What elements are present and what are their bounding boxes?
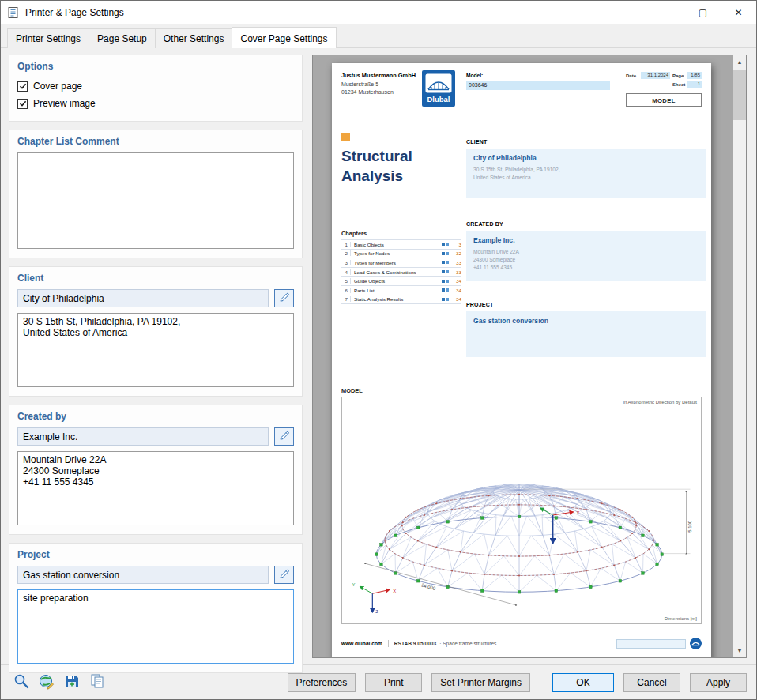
dimensions-unit-note: Dimensions [m]	[665, 616, 697, 621]
created-by-group: Created by Mountain Drive 22A 24300 Some…	[9, 405, 303, 535]
date-value: 31.1.2024	[641, 72, 670, 79]
print-button[interactable]: Print	[365, 673, 422, 692]
minimize-button[interactable]: –	[650, 1, 685, 24]
cover-page: Justus Mustermann GmbH Musterstraße 5 01…	[332, 63, 711, 658]
footer-divider	[388, 640, 389, 647]
client-group-title: Client	[17, 273, 294, 284]
project-comment-textarea[interactable]: site preparation	[17, 589, 294, 664]
header-divider	[620, 71, 620, 113]
magnifier-icon	[13, 672, 30, 692]
page-footer: www.dlubal.com RSTAB 9.05.0003 · Space f…	[341, 634, 702, 649]
chapters-heading: Chapters	[341, 230, 367, 237]
tab-bar: Printer Settings Page Setup Other Settin…	[1, 24, 756, 48]
chapter-page: 33	[450, 260, 461, 265]
client-info-name: City of Philadelphia	[473, 154, 699, 162]
project-group: Project site preparation	[9, 543, 303, 673]
pencil-icon	[279, 292, 290, 305]
tab-cover-page-settings[interactable]: Cover Page Settings	[232, 27, 336, 48]
chapter-page: 3	[450, 242, 461, 247]
edit-created-by-button[interactable]	[274, 427, 294, 446]
checkbox-checked-icon	[17, 81, 28, 92]
save-defaults-button[interactable]	[61, 672, 82, 693]
dialog-icon	[7, 6, 20, 19]
find-settings-button[interactable]	[10, 672, 32, 693]
width-dimension: 24.000	[421, 582, 437, 591]
y-axis-label: Y	[352, 582, 356, 587]
project-name-input[interactable]	[17, 566, 269, 584]
chapter-page: 34	[450, 278, 461, 284]
view-direction-note: In Axonometric Direction by Default	[623, 400, 697, 405]
dlubal-logo: Dlubal	[422, 70, 455, 107]
chapter-page: 33	[450, 269, 461, 275]
close-button[interactable]: ✕	[721, 1, 756, 24]
created-by-name-input[interactable]	[17, 427, 269, 446]
model-number: 003646	[466, 81, 610, 90]
center-axes: X	[540, 508, 580, 544]
created-by-section-heading: CREATED BY	[466, 221, 503, 227]
table-icon	[442, 243, 450, 246]
page-header: Justus Mustermann GmbH Musterstraße 5 01…	[341, 70, 702, 115]
client-section-heading: CLIENT	[466, 139, 487, 145]
created-by-info-name: Example Inc.	[473, 236, 699, 244]
project-info-name: Gas station conversion	[473, 317, 699, 325]
project-section-heading: PROJECT	[466, 302, 493, 307]
created-by-info-box: Example Inc. Mountain Drive 22A 24300 So…	[466, 231, 706, 281]
dialog-buttons: Preferences Print Set Printer Margins OK…	[288, 673, 747, 692]
window-title: Printer & Page Settings	[25, 7, 124, 18]
client-info-address: 30 S 15th St, Philadelphia, PA 19102, Un…	[473, 166, 699, 182]
title-bar: Printer & Page Settings – ▢ ✕	[1, 1, 756, 24]
maximize-button[interactable]: ▢	[685, 1, 721, 24]
tab-page-setup[interactable]: Page Setup	[89, 28, 156, 48]
x-axis-label: X	[393, 589, 396, 593]
footer-url: www.dlubal.com	[341, 641, 382, 646]
model-3d-view: 24.000 5.100 X Y Z	[341, 397, 702, 624]
chapter-title: Static Analysis Results	[350, 296, 442, 302]
model-annotations: 24.000 5.100 X Y Z	[352, 489, 693, 614]
scroll-down-button[interactable]: ▼	[733, 644, 746, 657]
project-group-title: Project	[17, 549, 294, 560]
footer-version: RSTAB 9.05.0003	[394, 641, 436, 646]
window-controls: – ▢ ✕	[650, 1, 756, 24]
client-name-input[interactable]	[17, 289, 269, 307]
company-street: Musterstraße 5	[341, 81, 416, 88]
preview-image-checkbox[interactable]: Preview image	[17, 95, 294, 112]
units-settings-button[interactable]	[36, 672, 57, 693]
table-icon	[442, 270, 450, 273]
chapter-title: Types for Members	[350, 260, 442, 265]
tab-printer-settings[interactable]: Printer Settings	[7, 28, 89, 48]
edit-project-button[interactable]	[274, 566, 294, 584]
table-icon	[442, 252, 450, 255]
chapter-number: 1	[341, 242, 350, 247]
apply-button[interactable]: Apply	[690, 673, 747, 692]
set-printer-margins-button[interactable]: Set Printer Margins	[431, 673, 530, 692]
scroll-up-button[interactable]: ▲	[733, 55, 746, 69]
model-label: Model:	[466, 73, 483, 78]
copy-sheets-icon	[89, 672, 106, 692]
footer-field-box	[616, 639, 686, 649]
cancel-button[interactable]: Cancel	[623, 673, 680, 692]
ok-button[interactable]: OK	[552, 673, 614, 692]
preview-scrollbar: ▲ ▼	[733, 55, 746, 657]
scrollbar-thumb[interactable]	[733, 70, 746, 120]
client-name-row	[17, 289, 294, 307]
chapter-comment-textarea[interactable]	[17, 152, 294, 249]
client-info-box: City of Philadelphia 30 S 15th St, Phila…	[466, 149, 706, 198]
edit-client-button[interactable]	[274, 289, 294, 307]
maximize-icon: ▢	[699, 7, 707, 18]
copy-settings-button[interactable]	[86, 672, 107, 693]
tab-other-settings[interactable]: Other Settings	[155, 28, 233, 48]
company-city: 01234 Musterhausen	[341, 88, 416, 96]
table-icon	[442, 298, 450, 301]
pencil-icon	[279, 430, 290, 443]
client-address-textarea[interactable]: 30 S 15th St, Philadelphia, PA 19102, Un…	[17, 313, 294, 387]
created-by-name-row	[17, 427, 294, 446]
chapter-title: Types for Nodes	[350, 250, 442, 256]
chapter-title: Load Cases & Combinations	[350, 269, 442, 275]
chapter-page: 34	[450, 288, 461, 293]
chapter-row: 4 Load Cases & Combinations 33	[341, 268, 461, 277]
preferences-button[interactable]: Preferences	[288, 673, 356, 692]
created-by-address-textarea[interactable]: Mountain Drive 22A 24300 Someplace +41 1…	[17, 451, 294, 525]
cover-page-checkbox[interactable]: Cover page	[17, 77, 294, 95]
dlubal-round-logo	[690, 638, 702, 649]
doc-type-box: MODEL	[626, 93, 702, 107]
